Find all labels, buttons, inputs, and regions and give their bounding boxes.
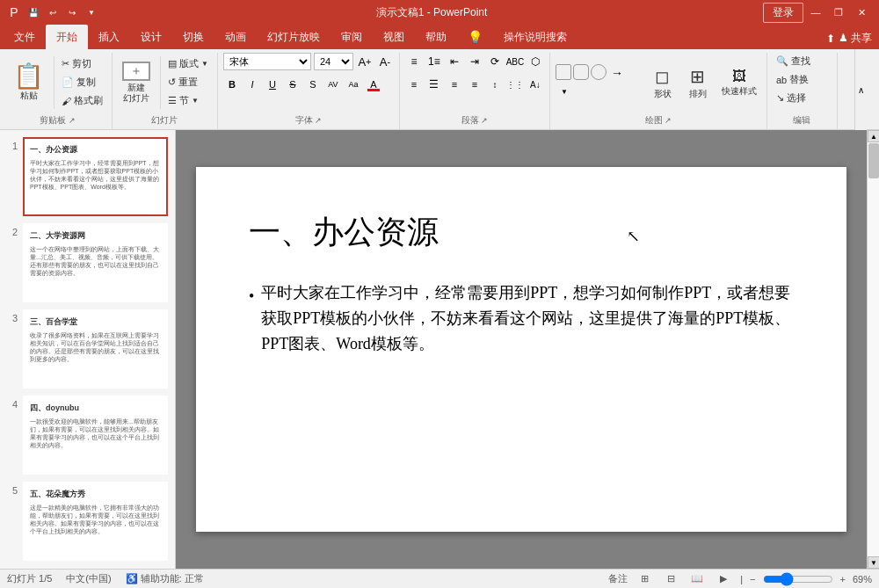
tab-help[interactable]: 帮助 — [415, 25, 457, 49]
section-label: 节 — [179, 94, 189, 107]
slide-thumb-1[interactable]: 1 一、办公资源 平时大家在工作学习中，经常需要用到PPT，想学习如何制作PPT… — [7, 137, 168, 216]
tab-design[interactable]: 设计 — [130, 25, 172, 49]
new-slide-button[interactable]: ＋ 新建幻灯片 — [118, 56, 155, 109]
save-quick-btn[interactable]: 💾 — [25, 4, 42, 21]
italic-button[interactable]: I — [243, 76, 261, 93]
tab-review[interactable]: 审阅 — [331, 25, 373, 49]
slide-preview-1[interactable]: 一、办公资源 平时大家在工作学习中，经常需要用到PPT，想学习如何制作PPT，或… — [23, 137, 168, 216]
tab-file[interactable]: 文件 — [4, 25, 46, 49]
select-button[interactable]: ↘ 选择 — [773, 90, 810, 106]
find-label: 查找 — [791, 54, 810, 68]
copy-button[interactable]: 📄 复制 — [58, 74, 106, 91]
undo-quick-btn[interactable]: ↩ — [44, 4, 62, 21]
share-button[interactable]: ⬆ ♟ 共享 — [826, 31, 872, 46]
font-name-select[interactable]: 宋体 — [223, 53, 311, 70]
increase-font-button[interactable]: A+ — [356, 53, 374, 70]
slide-preview-2[interactable]: 二、大学资源网 这一个在网络中整理到的网站，上面有下载、大量...汇总、美工、视… — [23, 223, 168, 302]
normal-view-btn[interactable]: ⊞ — [635, 572, 654, 586]
font-spacing-button[interactable]: AV — [324, 76, 342, 93]
customize-quick-btn[interactable]: ▼ — [83, 4, 100, 21]
shape-rect[interactable] — [556, 64, 571, 80]
smartart-button[interactable]: ⬡ — [527, 53, 544, 70]
slide-preview-3[interactable]: 三、百合学堂 收录了很多网络资料，如果在互联网上需要学习相关知识，可以在百合学堂… — [23, 309, 168, 388]
convert-button[interactable]: ABC — [506, 53, 524, 70]
line-spacing-button[interactable]: ↕ — [486, 76, 504, 93]
replace-button[interactable]: ab 替换 — [773, 71, 812, 88]
numbering-button[interactable]: 1≡ — [425, 53, 443, 70]
text-direction-button[interactable]: ⟳ — [486, 53, 504, 70]
align-left-button[interactable]: ≡ — [405, 76, 423, 93]
login-button[interactable]: 登录 — [763, 3, 803, 23]
slide-4-title: 四、doynubu — [30, 403, 161, 414]
tab-home[interactable]: 开始 — [46, 25, 88, 49]
slide-3-body: 收录了很多网络资料，如果在互联网上需要学习相关知识，可以在百合学堂网站上找到适合… — [30, 331, 161, 363]
language-label: 中文(中国) — [66, 572, 111, 585]
redo-quick-btn[interactable]: ↪ — [63, 4, 81, 21]
indent-decrease-button[interactable]: ⇤ — [446, 53, 463, 70]
zoom-slider[interactable] — [763, 575, 833, 584]
notes-btn[interactable]: 备注 — [608, 572, 628, 585]
scroll-down-button[interactable]: ▼ — [868, 556, 879, 569]
slide-preview-5[interactable]: 五、花朵魔方秀 这是一款精美的电脑软件，它拥有非常强大的功能，帮助朋友们，如果有… — [23, 482, 168, 561]
bullets-button[interactable]: ≡ — [405, 53, 423, 70]
arrange-button[interactable]: ⊞ 排列 — [682, 58, 714, 106]
slide-num-2: 2 — [7, 223, 18, 237]
indent-increase-button[interactable]: ⇥ — [466, 53, 483, 70]
scroll-up-button[interactable]: ▲ — [868, 130, 879, 142]
find-button[interactable]: 🔍 查找 — [773, 53, 814, 69]
cut-button[interactable]: ✂ 剪切 — [58, 55, 106, 72]
scroll-thumb[interactable] — [868, 143, 879, 178]
new-slide-label: 新建幻灯片 — [123, 83, 149, 104]
slide-thumb-5[interactable]: 5 五、花朵魔方秀 这是一款精美的电脑软件，它拥有非常强大的功能，帮助朋友们，如… — [7, 482, 168, 561]
tab-animations[interactable]: 动画 — [214, 25, 257, 49]
slideshow-view-btn[interactable]: ▶ — [714, 572, 733, 586]
tab-ops-search[interactable]: 操作说明搜索 — [493, 25, 578, 49]
minimize-button[interactable]: — — [805, 4, 826, 21]
slide-thumb-4[interactable]: 4 四、doynubu 一款很受欢迎的电脑软件，能够用来...帮助朋友们，如果有… — [7, 396, 168, 475]
format-painter-button[interactable]: 🖌 格式刷 — [58, 92, 106, 109]
slide-thumb-2[interactable]: 2 二、大学资源网 这一个在网络中整理到的网站，上面有下载、大量...汇总、美工… — [7, 223, 168, 302]
tab-view[interactable]: 视图 — [373, 25, 415, 49]
scroll-track[interactable] — [868, 142, 879, 556]
decrease-font-button[interactable]: A- — [376, 53, 394, 70]
align-right-button[interactable]: ≡ — [446, 76, 463, 93]
section-button[interactable]: ☰ 节 ▼ — [164, 92, 212, 109]
tab-slideshow[interactable]: 幻灯片放映 — [257, 25, 331, 49]
paste-button[interactable]: 📋 粘贴 — [9, 56, 48, 109]
tab-light-icon[interactable]: 💡 — [457, 25, 493, 49]
clipboard-group-label: 剪贴板 ↗ — [9, 112, 106, 129]
reset-button[interactable]: ↺ 重置 — [164, 74, 212, 91]
reading-view-btn[interactable]: 📖 — [687, 572, 707, 586]
bold-button[interactable]: B — [223, 76, 241, 93]
close-button[interactable]: ✕ — [851, 4, 872, 21]
justify-button[interactable]: ≡ — [466, 76, 483, 93]
ribbon-collapse-button[interactable]: ∧ — [854, 49, 867, 130]
underline-button[interactable]: U — [264, 76, 281, 93]
font-color-button[interactable]: A — [365, 76, 382, 93]
shape-rounded-rect[interactable] — [573, 64, 589, 80]
columns-button[interactable]: ⋮⋮ — [506, 76, 524, 93]
slide-preview-4[interactable]: 四、doynubu 一款很受欢迎的电脑软件，能够用来...帮助朋友们，如果有需要… — [23, 396, 168, 475]
slide-canvas[interactable]: 一、办公资源 ↖ • 平时大家在工作学习中，经常需要用到PPT，想学习如何制作P… — [196, 167, 846, 532]
text-shadow-btn[interactable]: A↓ — [527, 76, 544, 93]
tab-transitions[interactable]: 切换 — [172, 25, 214, 49]
shape-ellipse[interactable] — [591, 64, 607, 80]
slide-thumb-3[interactable]: 3 三、百合学堂 收录了很多网络资料，如果在互联网上需要学习相关知识，可以在百合… — [7, 309, 168, 388]
shape-arrow[interactable]: → — [608, 64, 626, 82]
shape-button[interactable]: ◻ 形状 — [647, 58, 679, 106]
shapes-more[interactable]: ▼ — [556, 83, 573, 101]
slide-panel: 1 一、办公资源 平时大家在工作学习中，经常需要用到PPT，想学习如何制作PPT… — [0, 130, 176, 569]
quick-style-button[interactable]: 🖼 快速样式 — [717, 58, 761, 106]
select-icon: ↘ — [776, 92, 784, 104]
restore-button[interactable]: ❐ — [828, 4, 849, 21]
align-center-button[interactable]: ☰ — [425, 76, 443, 93]
tab-insert[interactable]: 插入 — [88, 25, 130, 49]
shadow-button[interactable]: S — [304, 76, 322, 93]
font-group-label: 字体 ↗ — [223, 112, 394, 129]
font-size-select[interactable]: 24 — [314, 53, 353, 70]
strikethrough-button[interactable]: S — [284, 76, 301, 93]
layout-button[interactable]: ▤ 版式 ▼ — [164, 55, 212, 72]
find-icon: 🔍 — [776, 55, 788, 67]
change-case-button[interactable]: Aa — [345, 76, 362, 93]
slide-sorter-btn[interactable]: ⊟ — [661, 572, 680, 586]
